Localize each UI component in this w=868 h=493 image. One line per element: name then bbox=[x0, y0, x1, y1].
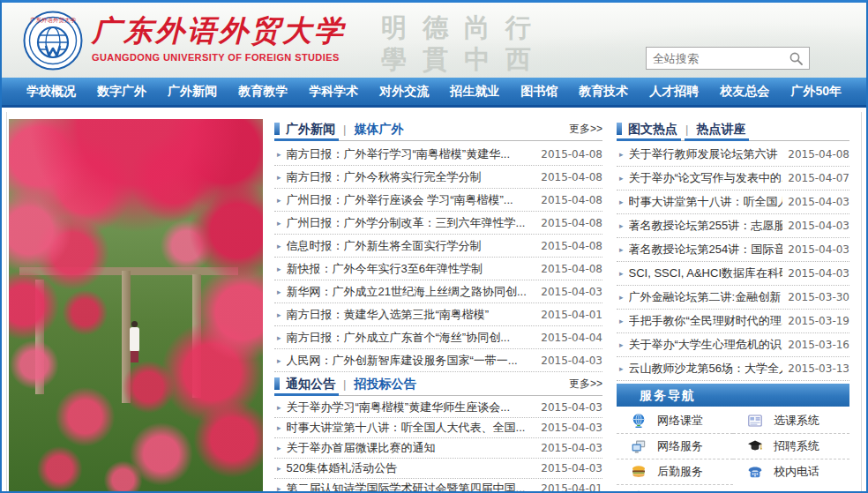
nav-item[interactable]: 数字广外 bbox=[97, 84, 146, 100]
news-item-title[interactable]: 南方日报：黄建华入选第三批“南粤楷模” bbox=[287, 307, 536, 323]
nav-item[interactable]: 广外50年 bbox=[790, 84, 842, 100]
news-item-title[interactable]: 新华网：广外成立21世纪海上丝绸之路协同创... bbox=[287, 284, 536, 300]
news-item[interactable]: ▸ 人民网：广外创新智库建设服务国家“一带一... 2015-04-03 bbox=[274, 349, 602, 372]
tab-hot-topics[interactable]: 图文热点 bbox=[628, 117, 677, 140]
news-item-date: 2015-04-08 bbox=[541, 148, 602, 161]
news-item[interactable]: ▸ 南方日报：黄建华入选第三批“南粤楷模” 2015-04-01 bbox=[274, 303, 602, 326]
university-name-zh: 广东外语外贸大学 bbox=[92, 16, 346, 47]
hotspot-item-date: 2015-04-03 bbox=[788, 220, 849, 232]
service-item-label[interactable]: 专题网站 bbox=[774, 489, 819, 491]
tab-notices[interactable]: 通知公告 bbox=[286, 372, 335, 395]
tab-hot-lectures[interactable]: 热点讲座 bbox=[696, 117, 745, 140]
nav-item[interactable]: 校友总会 bbox=[720, 84, 769, 100]
hotspot-item[interactable]: ▸ SCI, SSCI, A&HCI数据库在科研中... 2015-04-03 bbox=[617, 262, 849, 286]
service-item-label[interactable]: 校园活动 bbox=[657, 489, 703, 491]
service-item[interactable]: 招聘系统 bbox=[733, 434, 849, 459]
notice-item-title[interactable]: 关于举办学习“南粤楷模”黄建华师生座谈会... bbox=[287, 400, 536, 415]
news-item-title[interactable]: 信息时报：广外新生将全面实行学分制 bbox=[287, 238, 536, 254]
magnifier-icon[interactable] bbox=[789, 51, 804, 66]
hotspot-item[interactable]: ▸ 著名教授论坛第255讲：志愿服务... 2015-04-03 bbox=[617, 214, 849, 238]
nav-item[interactable]: 招生就业 bbox=[450, 84, 499, 100]
news-item-title[interactable]: 人民网：广外创新智库建设服务国家“一带一... bbox=[287, 353, 536, 369]
tab-media-gw[interactable]: 媒体广外 bbox=[354, 117, 403, 140]
notice-item-title[interactable]: 第二届认知诗学国际学术研讨会暨第四届中国... bbox=[287, 481, 536, 491]
hotspot-item-title[interactable]: 手把手教你“全民理财时代的理... bbox=[629, 313, 783, 329]
news-more-link[interactable]: 更多>> bbox=[569, 122, 602, 137]
service-item[interactable]: 校内电话 bbox=[733, 459, 849, 484]
brand-block[interactable]: 广东外语外贸大学 GUANGDONG UNIVERSITY OF FOREIGN… bbox=[92, 16, 346, 63]
hotspot-item[interactable]: ▸ 著名教授论坛第254讲：国际音乐... 2015-04-03 bbox=[617, 238, 849, 262]
news-item[interactable]: ▸ 新快报：广外今年实行3至6年弹性学制 2015-04-08 bbox=[274, 258, 602, 280]
hotspot-item-title[interactable]: 著名教授论坛第254讲：国际音乐... bbox=[629, 242, 783, 258]
hotspot-item-title[interactable]: 关于举行教师发展论坛第六讲《... bbox=[629, 146, 783, 162]
service-item[interactable]: 网络课堂 bbox=[617, 408, 733, 434]
campus-photo[interactable] bbox=[9, 119, 263, 491]
nav-item[interactable]: 学校概况 bbox=[26, 84, 76, 100]
hotspot-item-title[interactable]: 关于举办“论文写作与发表中的... bbox=[629, 170, 783, 186]
notice-item[interactable]: ▸ 第二届认知诗学国际学术研讨会暨第四届中国... 2015-04-01 bbox=[274, 479, 602, 491]
service-item-label[interactable]: 招聘系统 bbox=[774, 438, 819, 454]
service-item-label[interactable]: 校内电话 bbox=[774, 464, 819, 480]
tab-separator: | bbox=[685, 123, 688, 136]
nav-item[interactable]: 教育教学 bbox=[238, 84, 288, 100]
news-item-title[interactable]: 南方日报：广外今秋将实行完全学分制 bbox=[287, 169, 536, 185]
notice-item[interactable]: ▸ 关于举办学习“南粤楷模”黄建华师生座谈会... 2015-04-03 bbox=[274, 398, 602, 418]
service-item[interactable]: 后勤服务 bbox=[617, 459, 733, 485]
service-item-label[interactable]: 网络课堂 bbox=[657, 413, 703, 429]
tab-bidding-notices[interactable]: 招投标公告 bbox=[354, 372, 415, 395]
news-item-title[interactable]: 南方日报：广外举行学习“南粤楷模”黄建华... bbox=[287, 146, 536, 162]
hotspot-item[interactable]: ▸ 广外金融论坛第二讲:金融创新：... 2015-03-30 bbox=[617, 286, 849, 310]
news-item-title[interactable]: 南方日报：广外成立广东首个“海丝”协同创... bbox=[287, 330, 536, 346]
nav-item[interactable]: 人才招聘 bbox=[649, 84, 699, 100]
news-item-title[interactable]: 广州日报：广外学分制改革：三到六年弹性学... bbox=[287, 215, 536, 231]
hotspot-item[interactable]: ▸ 手把手教你“全民理财时代的理... 2015-03-19 bbox=[617, 310, 849, 333]
news-item[interactable]: ▸ 信息时报：广外新生将全面实行学分制 2015-04-08 bbox=[274, 235, 602, 258]
news-item[interactable]: ▸ 广州日报：广外举行座谈会 学习“南粤楷模”... 2015-04-08 bbox=[274, 189, 602, 212]
hotspot-item-title[interactable]: SCI, SSCI, A&HCI数据库在科研中... bbox=[629, 265, 783, 281]
service-item-label[interactable]: 选课系统 bbox=[774, 413, 819, 429]
news-item[interactable]: ▸ 南方日报：广外成立广东首个“海丝”协同创... 2015-04-04 bbox=[274, 326, 602, 349]
notice-item[interactable]: ▸ 关于举办首届微课比赛的通知 2015-04-03 bbox=[274, 438, 602, 459]
notice-item[interactable]: ▸ 时事大讲堂第十八讲：听全国人大代表、全国... 2015-04-03 bbox=[274, 418, 602, 438]
nav-item[interactable]: 广外新闻 bbox=[168, 84, 217, 100]
tab-gwnews[interactable]: 广外新闻 bbox=[286, 117, 335, 140]
hotspot-item-date: 2015-04-08 bbox=[788, 148, 849, 161]
arrow-bullet-icon: ▸ bbox=[619, 150, 624, 159]
hotspot-item-title[interactable]: 著名教授论坛第255讲：志愿服务... bbox=[629, 218, 783, 234]
news-item-title[interactable]: 广州日报：广外举行座谈会 学习“南粤楷模”... bbox=[287, 192, 536, 208]
notice-item[interactable]: ▸ 520集体婚礼活动公告 2015-04-03 bbox=[274, 459, 602, 479]
service-item[interactable]: 专题网站 bbox=[733, 485, 849, 491]
notice-item-title[interactable]: 520集体婚礼活动公告 bbox=[287, 460, 536, 476]
university-seal-icon: 广东外语外贸大学 bbox=[23, 11, 83, 71]
service-item[interactable]: 选课系统 bbox=[733, 408, 849, 434]
search-input[interactable] bbox=[647, 52, 789, 65]
hotspot-item[interactable]: ▸ 云山教师沙龙第56场：大学全人... 2015-03-13 bbox=[617, 357, 849, 381]
news-item-title[interactable]: 新快报：广外今年实行3至6年弹性学制 bbox=[287, 261, 536, 277]
service-item-label[interactable]: 后勤服务 bbox=[657, 464, 703, 480]
hotspot-item[interactable]: ▸ 关于举办“大学生心理危机的识... 2015-03-16 bbox=[617, 333, 849, 357]
notice-item-date: 2015-04-03 bbox=[541, 462, 602, 474]
news-item[interactable]: ▸ 南方日报：广外今秋将实行完全学分制 2015-04-08 bbox=[274, 166, 602, 189]
hotspot-column: 图文热点 | 热点讲座 ▸ 关于举行教师发展论坛第六讲《... 2015-04-… bbox=[617, 117, 849, 491]
hotspot-item[interactable]: ▸ 关于举行教师发展论坛第六讲《... 2015-04-08 bbox=[617, 143, 849, 167]
nav-item[interactable]: 学科学术 bbox=[309, 84, 358, 100]
notice-more-link[interactable]: 更多>> bbox=[569, 377, 602, 392]
hotspot-item-title[interactable]: 云山教师沙龙第56场：大学全人... bbox=[629, 361, 783, 377]
hotspot-item[interactable]: ▸ 时事大讲堂第十八讲：听全国人... 2015-04-03 bbox=[617, 190, 849, 214]
hotspot-item-title[interactable]: 时事大讲堂第十八讲：听全国人... bbox=[629, 194, 783, 210]
hotspot-item-title[interactable]: 广外金融论坛第二讲:金融创新：... bbox=[629, 289, 783, 305]
notice-list: ▸ 关于举办学习“南粤楷模”黄建华师生座谈会... 2015-04-03 ▸ 时… bbox=[274, 396, 602, 491]
news-item[interactable]: ▸ 新华网：广外成立21世纪海上丝绸之路协同创... 2015-04-03 bbox=[274, 280, 602, 303]
news-item[interactable]: ▸ 南方日报：广外举行学习“南粤楷模”黄建华... 2015-04-08 bbox=[274, 143, 602, 166]
service-item[interactable]: 校园活动 bbox=[617, 485, 733, 491]
news-item[interactable]: ▸ 广州日报：广外学分制改革：三到六年弹性学... 2015-04-08 bbox=[274, 212, 602, 235]
hotspot-item[interactable]: ▸ 关于举办“论文写作与发表中的... 2015-04-07 bbox=[617, 167, 849, 190]
nav-item[interactable]: 图书馆 bbox=[520, 84, 557, 100]
hotspot-item-title[interactable]: 关于举办“大学生心理危机的识... bbox=[629, 337, 783, 353]
notice-item-title[interactable]: 关于举办首届微课比赛的通知 bbox=[287, 440, 536, 456]
service-item-label[interactable]: 网络服务 bbox=[657, 438, 703, 454]
nav-item[interactable]: 教育技术 bbox=[579, 84, 628, 100]
nav-item[interactable]: 对外交流 bbox=[379, 84, 429, 100]
service-item[interactable]: 网络服务 bbox=[617, 434, 733, 459]
notice-item-title[interactable]: 时事大讲堂第十八讲：听全国人大代表、全国... bbox=[287, 420, 536, 436]
